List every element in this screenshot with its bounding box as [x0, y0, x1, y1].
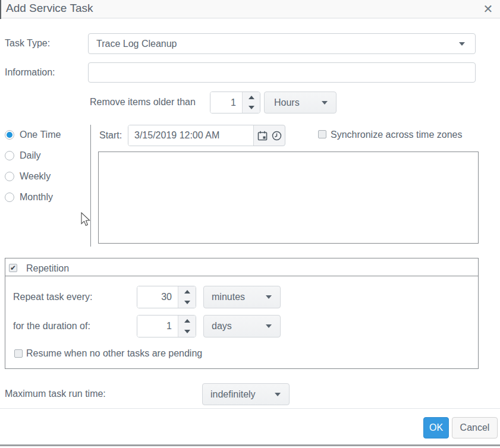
radio-one-time-label: One Time — [20, 128, 61, 141]
remove-older-unit-value: Hours — [265, 97, 300, 108]
schedule-divider — [90, 125, 91, 247]
window-bottom-edge — [0, 444, 500, 446]
radio-weekly[interactable] — [5, 172, 14, 181]
start-label: Start: — [99, 129, 122, 142]
resume-checkbox[interactable]: ✔ — [14, 349, 23, 358]
dialog-title: Add Service Task — [6, 2, 93, 15]
clock-icon[interactable] — [271, 130, 282, 141]
repetition-checkbox[interactable]: ✔ — [9, 264, 17, 272]
dialog-titlebar: Add Service Task — [0, 0, 500, 18]
repeat-every-value-input[interactable] — [137, 286, 178, 308]
close-icon[interactable]: ✕ — [479, 1, 497, 17]
remove-older-unit-dropdown[interactable]: Hours — [264, 92, 337, 113]
repeat-every-unit-value: minutes — [204, 292, 245, 302]
spin-up-icon[interactable] — [243, 92, 260, 103]
task-type-dropdown[interactable]: Trace Log Cleanup — [88, 33, 476, 54]
radio-one-time[interactable] — [5, 130, 14, 140]
cancel-button[interactable]: Cancel — [452, 417, 498, 438]
repeat-every-label: Repeat task every: — [13, 291, 92, 304]
task-type-value: Trace Log Cleanup — [89, 39, 177, 49]
spin-down-icon[interactable] — [178, 326, 196, 337]
chevron-down-icon — [266, 324, 272, 328]
duration-unit-value: days — [204, 321, 232, 332]
window-left-edge — [0, 0, 1, 19]
max-run-time-value: indefinitely — [203, 389, 256, 400]
spin-down-icon[interactable] — [243, 103, 260, 113]
repetition-header — [5, 258, 479, 276]
radio-monthly-label: Monthly — [20, 191, 53, 204]
remove-older-value-input[interactable] — [210, 92, 242, 113]
repetition-label: Repetition — [26, 262, 69, 275]
duration-spinner — [137, 315, 196, 337]
radio-daily[interactable] — [5, 151, 14, 160]
mouse-cursor-icon — [81, 212, 91, 227]
max-run-time-dropdown[interactable]: indefinitely — [202, 383, 290, 405]
footer-divider — [0, 408, 500, 409]
repeat-every-spinner — [137, 286, 196, 308]
spinner-buttons — [178, 286, 196, 308]
spin-up-icon[interactable] — [178, 286, 196, 297]
repeat-every-unit-dropdown[interactable]: minutes — [203, 286, 281, 308]
task-type-label: Task Type: — [5, 37, 50, 50]
chevron-down-icon — [322, 101, 328, 105]
chevron-down-icon — [459, 42, 465, 46]
start-datetime-control — [128, 125, 285, 146]
radio-monthly[interactable] — [5, 193, 14, 202]
radio-weekly-label: Weekly — [20, 170, 51, 183]
date-icon-buttons — [254, 125, 285, 146]
remove-older-label: Remove items older than — [90, 96, 196, 109]
max-run-time-label: Maximum task run time: — [5, 387, 106, 400]
information-label: Information: — [5, 66, 55, 79]
add-service-task-dialog: Add Service Task ✕ Task Type: Trace Log … — [0, 0, 500, 448]
sync-timezones-label: Synchronize across time zones — [331, 128, 462, 141]
resume-label: Resume when no other tasks are pending — [26, 347, 202, 360]
chevron-down-icon — [266, 295, 272, 299]
information-input[interactable] — [88, 62, 476, 83]
spinner-buttons — [242, 92, 260, 113]
ok-button[interactable]: OK — [423, 417, 449, 438]
spinner-buttons — [178, 316, 196, 337]
duration-unit-dropdown[interactable]: days — [203, 315, 281, 337]
calendar-icon[interactable] — [256, 130, 268, 141]
start-datetime-input[interactable] — [128, 125, 254, 146]
chevron-down-icon — [275, 393, 281, 396]
spin-down-icon[interactable] — [178, 297, 196, 308]
duration-label: for the duration of: — [13, 320, 90, 333]
sync-timezones-checkbox[interactable]: ✔ — [318, 130, 326, 138]
duration-value-input[interactable] — [137, 316, 178, 337]
spin-up-icon[interactable] — [178, 316, 196, 326]
schedule-detail-panel — [98, 152, 479, 244]
remove-older-spinner — [210, 92, 260, 113]
radio-daily-label: Daily — [20, 149, 41, 162]
